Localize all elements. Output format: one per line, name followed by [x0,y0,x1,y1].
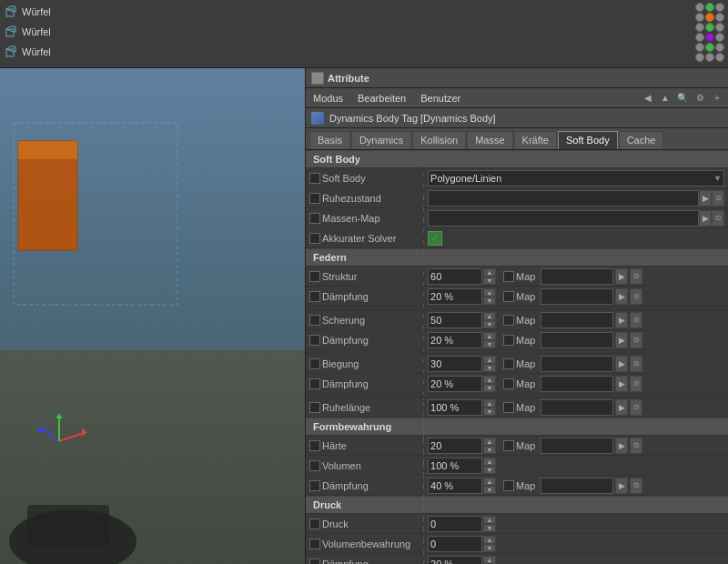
dampfung4-map-arrow-icon[interactable]: ▶ [615,478,628,494]
scherung-checkbox[interactable] [309,315,320,326]
tab-dynamics[interactable]: Dynamics [351,131,411,149]
search-icon[interactable]: 🔍 [675,91,690,106]
tab-soft-body[interactable]: Soft Body [558,131,618,149]
tab-cache[interactable]: Cache [619,131,664,149]
scherung-input[interactable] [428,312,482,328]
dampfung2-map-target-icon[interactable]: ⊙ [630,332,642,348]
back-arrow-icon[interactable]: ◀ [641,91,655,106]
dampfung3-map-target-icon[interactable]: ⊙ [630,376,642,392]
harte-map-input[interactable] [541,438,613,454]
tab-masse[interactable]: Masse [467,131,512,149]
spinner-up-icon[interactable]: ▲ [483,332,496,340]
harte-map-arrow-icon[interactable]: ▶ [615,438,628,454]
dampfung1-spinner[interactable]: ▲ ▼ [483,288,496,305]
spinner-down-icon[interactable]: ▼ [483,408,496,416]
scherung-map-target-icon[interactable]: ⊙ [630,312,642,328]
spinner-up-icon[interactable]: ▲ [483,399,496,408]
volumenbewahrung-spinner[interactable]: ▲ ▼ [483,536,496,552]
menu-benutzer[interactable]: Benutzer [417,91,464,106]
dampfung3-map-input[interactable] [541,376,613,392]
struktur-map-arrow-icon[interactable]: ▶ [615,268,628,285]
menu-modus[interactable]: Modus [309,91,347,106]
soft-body-checkbox[interactable] [309,173,320,184]
menu-bearbeiten[interactable]: Bearbeiten [354,91,410,106]
scherung-map-arrow-icon[interactable]: ▶ [615,312,628,328]
spinner-down-icon[interactable]: ▼ [483,340,496,348]
dampfung1-map-target-icon[interactable]: ⊙ [630,288,642,305]
ruhezustand-arrow-icon[interactable]: ▶ [699,190,712,206]
dampfung2-checkbox[interactable] [309,335,320,346]
ruhelange-map-input[interactable] [541,399,613,416]
dampfung3-map-arrow-icon[interactable]: ▶ [615,376,628,392]
spinner-up-icon[interactable]: ▲ [483,312,496,320]
spinner-down-icon[interactable]: ▼ [483,277,496,285]
dampfung5-checkbox[interactable] [309,559,320,565]
ruhelange-map-checkbox[interactable] [503,402,514,413]
dampfung5-spinner[interactable]: ▲ ▼ [483,556,496,565]
spinner-down-icon[interactable]: ▼ [483,446,496,454]
volumen-checkbox[interactable] [309,460,320,471]
spinner-down-icon[interactable]: ▼ [483,320,496,328]
dampfung3-spinner[interactable]: ▲ ▼ [483,376,496,392]
dampfung4-checkbox[interactable] [309,480,320,491]
list-item[interactable]: Würfel [0,42,728,62]
dampfung2-map-arrow-icon[interactable]: ▶ [615,332,628,348]
struktur-input[interactable] [428,268,482,285]
dampfung1-checkbox[interactable] [309,291,320,302]
biegung-map-arrow-icon[interactable]: ▶ [615,356,628,372]
dampfung3-map-checkbox[interactable] [503,378,514,389]
volumenbewahrung-checkbox[interactable] [309,539,320,549]
scherung-spinner[interactable]: ▲ ▼ [483,312,496,328]
tab-basis[interactable]: Basis [309,131,350,149]
druck-checkbox[interactable] [309,519,320,529]
spinner-up-icon[interactable]: ▲ [483,516,496,524]
harte-input[interactable] [428,438,482,454]
dampfung4-map-target-icon[interactable]: ⊙ [630,478,642,494]
dampfung3-input[interactable] [428,376,482,392]
dampfung1-input[interactable] [428,288,482,305]
spinner-up-icon[interactable]: ▲ [483,478,496,486]
dampfung2-input[interactable] [428,332,482,348]
druck-spinner[interactable]: ▲ ▼ [483,516,496,532]
dampfung5-input[interactable] [428,556,482,565]
spinner-down-icon[interactable]: ▼ [483,544,496,552]
ruhelange-map-arrow-icon[interactable]: ▶ [615,399,628,416]
ruhezustand-checkbox[interactable] [309,193,320,204]
spinner-down-icon[interactable]: ▼ [483,384,496,392]
spinner-up-icon[interactable]: ▲ [483,556,496,564]
dampfung3-checkbox[interactable] [309,378,320,389]
settings-icon[interactable]: ⚙ [693,91,707,106]
tab-kollision[interactable]: Kollision [412,131,466,149]
massen-map-arrow-icon[interactable]: ▶ [699,210,712,227]
biegung-input[interactable] [428,356,482,372]
dampfung4-input[interactable] [428,478,482,494]
dampfung4-map-input[interactable] [541,478,613,494]
spinner-up-icon[interactable]: ▲ [483,268,496,277]
soft-body-type-dropdown[interactable]: Polygone/Linien ▼ [428,170,724,186]
ruhelange-map-target-icon[interactable]: ⊙ [630,399,642,416]
harte-map-checkbox[interactable] [503,440,514,451]
dampfung1-map-checkbox[interactable] [503,291,514,302]
scherung-map-checkbox[interactable] [503,315,514,326]
biegung-checkbox[interactable] [309,358,320,369]
ruhezustand-input[interactable] [428,190,699,206]
druck-input[interactable] [428,516,482,532]
struktur-map-input[interactable] [541,268,613,285]
massen-map-input[interactable] [428,210,699,227]
dampfung2-map-checkbox[interactable] [503,335,514,346]
biegung-map-target-icon[interactable]: ⊙ [630,356,642,372]
spinner-down-icon[interactable]: ▼ [483,486,496,494]
viewport-3d[interactable] [0,68,305,564]
ruhelange-spinner[interactable]: ▲ ▼ [483,399,496,416]
massen-map-checkbox[interactable] [309,213,320,224]
biegung-spinner[interactable]: ▲ ▼ [483,356,496,372]
harte-checkbox[interactable] [309,440,320,451]
dampfung2-spinner[interactable]: ▲ ▼ [483,332,496,348]
tab-krafte[interactable]: Kräfte [514,131,557,149]
list-item[interactable]: Würfel [0,22,728,42]
ruhezustand-target-icon[interactable]: ⊙ [712,190,724,206]
dampfung2-map-input[interactable] [541,332,613,348]
scherung-map-input[interactable] [541,312,613,328]
harte-spinner[interactable]: ▲ ▼ [483,438,496,454]
spinner-up-icon[interactable]: ▲ [483,288,496,297]
